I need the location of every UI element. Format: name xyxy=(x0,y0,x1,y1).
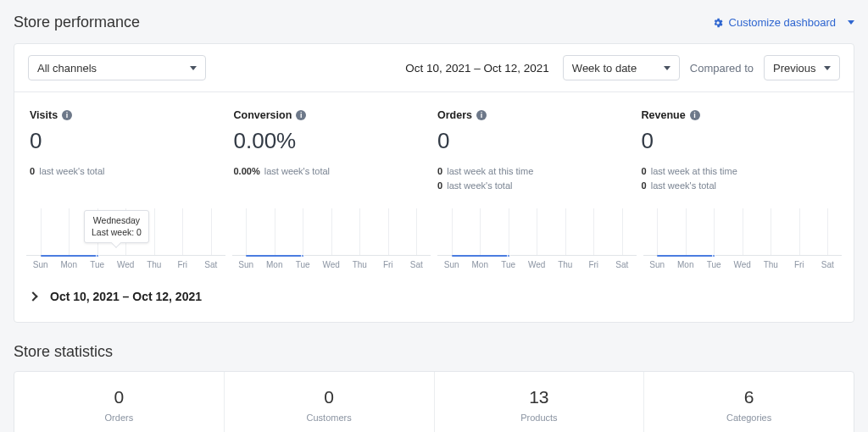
x-tick: Sat xyxy=(814,260,843,269)
metric-revenue: Revenuei 0 0 last week at this time0 las… xyxy=(638,109,843,193)
customize-dashboard-label: Customize dashboard xyxy=(729,16,836,29)
x-tick: Thu xyxy=(346,260,375,269)
x-tick: Wed xyxy=(728,260,757,269)
x-tick: Sat xyxy=(403,260,431,269)
x-tick: Thu xyxy=(140,260,169,269)
x-tick: Mon xyxy=(260,260,289,269)
x-tick: Tue xyxy=(494,260,523,269)
caret-down-icon xyxy=(190,66,197,70)
x-tick: Fri xyxy=(169,260,198,269)
metric-title: Conversion xyxy=(234,109,292,121)
x-tick: Sat xyxy=(608,260,637,269)
info-icon[interactable]: i xyxy=(296,110,306,120)
stats-card: 0Orders0Customers13Products6Categories xyxy=(14,371,854,432)
x-tick: Fri xyxy=(580,260,609,269)
stat-label: Orders xyxy=(14,413,224,423)
period-select[interactable]: Week to date xyxy=(563,55,680,80)
sparkline-chart: SunMonTueWedThuFriSat xyxy=(232,208,431,276)
caret-down-icon xyxy=(824,66,831,70)
compared-to-label: Compared to xyxy=(690,62,754,75)
customize-dashboard-button[interactable]: Customize dashboard xyxy=(712,16,854,29)
x-tick: Sun xyxy=(437,260,466,269)
period-label: Week to date xyxy=(572,62,637,75)
gear-icon xyxy=(712,17,724,29)
x-tick: Thu xyxy=(551,260,580,269)
performance-card: All channels Oct 10, 2021 – Oct 12, 2021… xyxy=(14,43,854,323)
x-tick: Tue xyxy=(83,260,112,269)
x-tick: Fri xyxy=(374,260,403,269)
page-title: Store performance xyxy=(14,14,140,31)
stat-tile[interactable]: 6Categories xyxy=(644,372,854,432)
info-icon[interactable]: i xyxy=(476,110,487,120)
metric-sub: 0.00% last week's total xyxy=(234,164,431,179)
x-tick: Wed xyxy=(523,260,552,269)
x-tick: Mon xyxy=(671,260,700,269)
stat-value: 0 xyxy=(14,387,224,407)
sparkline-chart: SunMonTueWedThuFriSatWednesdayLast week:… xyxy=(26,208,225,276)
channels-label: All channels xyxy=(37,62,97,75)
x-tick: Mon xyxy=(466,260,495,269)
x-tick: Wed xyxy=(112,260,141,269)
date-range-footer: Oct 10, 2021 – Oct 12, 2021 xyxy=(50,290,202,303)
compare-select[interactable]: Previous xyxy=(764,55,840,80)
metric-value: 0 xyxy=(30,128,227,154)
metric-sub: 0 last week at this time0 last week's to… xyxy=(437,164,635,193)
metric-title: Orders xyxy=(437,109,472,121)
metric-value: 0 xyxy=(642,128,839,154)
metric-value: 0 xyxy=(437,128,635,154)
stat-label: Products xyxy=(435,413,644,423)
stat-tile[interactable]: 0Orders xyxy=(14,372,225,432)
stats-title: Store statistics xyxy=(14,343,854,361)
metric-sub: 0 last week at this time0 last week's to… xyxy=(642,164,839,193)
x-tick: Sun xyxy=(26,260,55,269)
x-tick: Sun xyxy=(643,260,672,269)
stat-value: 13 xyxy=(435,387,644,407)
info-icon[interactable]: i xyxy=(62,110,72,120)
stat-value: 0 xyxy=(225,387,434,407)
metric-orders: Ordersi 0 0 last week at this time0 last… xyxy=(434,109,638,193)
x-tick: Tue xyxy=(289,260,318,269)
stat-label: Customers xyxy=(225,413,434,423)
x-tick: Fri xyxy=(785,260,814,269)
x-tick: Thu xyxy=(757,260,786,269)
metric-conversion: Conversioni 0.00% 0.00% last week's tota… xyxy=(231,109,435,193)
metric-title: Revenue xyxy=(642,109,686,121)
chart-tooltip: WednesdayLast week: 0 xyxy=(84,210,149,243)
sparkline-chart: SunMonTueWedThuFriSat xyxy=(643,208,843,276)
compare-label: Previous xyxy=(773,62,816,75)
chevron-right-icon[interactable] xyxy=(28,291,37,301)
stat-tile[interactable]: 13Products xyxy=(435,372,645,432)
date-range-text: Oct 10, 2021 – Oct 12, 2021 xyxy=(405,62,549,75)
x-tick: Tue xyxy=(700,260,729,269)
metric-visits: Visitsi 0 0 last week's total xyxy=(26,109,231,193)
sparkline-chart: SunMonTueWedThuFriSat xyxy=(437,208,637,276)
channels-select[interactable]: All channels xyxy=(28,55,206,80)
x-tick: Wed xyxy=(317,260,346,269)
x-tick: Sat xyxy=(197,260,225,269)
caret-down-icon xyxy=(664,66,670,70)
stat-label: Categories xyxy=(644,413,854,423)
x-tick: Sun xyxy=(232,260,261,269)
metric-sub: 0 last week's total xyxy=(30,164,227,179)
info-icon[interactable]: i xyxy=(690,110,700,120)
stat-tile[interactable]: 0Customers xyxy=(225,372,435,432)
x-tick: Mon xyxy=(55,260,84,269)
caret-down-icon xyxy=(848,20,854,25)
stat-value: 6 xyxy=(644,387,854,407)
metric-title: Visits xyxy=(30,109,58,121)
metric-value: 0.00% xyxy=(234,128,431,154)
